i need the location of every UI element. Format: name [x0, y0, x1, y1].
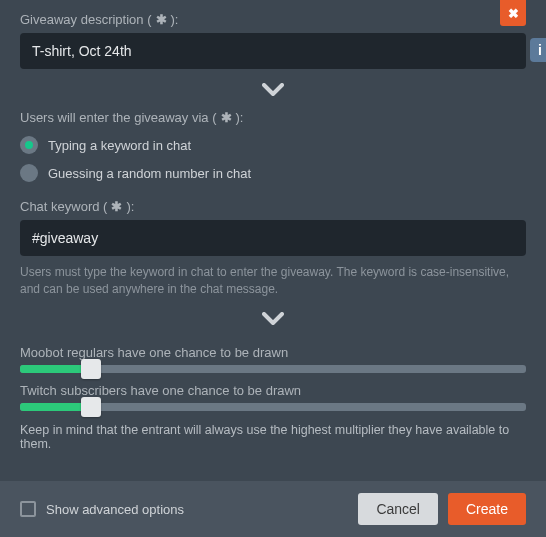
close-icon: ✖ — [508, 6, 519, 21]
entry-label: Users will enter the giveaway via ( ✱ ): — [20, 110, 526, 125]
info-icon: i — [538, 42, 542, 58]
slider-thumb[interactable] — [81, 397, 101, 417]
description-input[interactable] — [20, 33, 526, 69]
slider-track[interactable] — [20, 365, 526, 373]
cancel-button[interactable]: Cancel — [358, 493, 438, 525]
label-text: Chat keyword ( — [20, 199, 107, 214]
keyword-help: Users must type the keyword in chat to e… — [20, 264, 526, 298]
chevron-down-icon[interactable] — [262, 83, 284, 100]
slider-label: Moobot regulars have one chance to be dr… — [20, 345, 526, 360]
required-icon: ✱ — [111, 199, 122, 214]
radio-label: Typing a keyword in chat — [48, 138, 191, 153]
required-icon: ✱ — [221, 110, 232, 125]
slider-thumb[interactable] — [81, 359, 101, 379]
entry-radio-group: Typing a keyword in chat Guessing a rand… — [20, 131, 526, 187]
advanced-label: Show advanced options — [46, 502, 184, 517]
keyword-input[interactable] — [20, 220, 526, 256]
required-icon: ✱ — [156, 12, 167, 27]
modal-footer: Show advanced options Cancel Create — [0, 481, 546, 537]
info-badge-right[interactable]: i — [530, 38, 546, 62]
entry-option-random[interactable]: Guessing a random number in chat — [20, 159, 526, 187]
label-text-end: ): — [236, 110, 244, 125]
label-text-end: ): — [126, 199, 134, 214]
radio-icon — [20, 164, 38, 182]
radio-icon — [20, 136, 38, 154]
advanced-checkbox[interactable] — [20, 501, 36, 517]
description-label: Giveaway description ( ✱ ): — [20, 12, 526, 27]
entry-option-keyword[interactable]: Typing a keyword in chat — [20, 131, 526, 159]
keyword-label: Chat keyword ( ✱ ): — [20, 199, 526, 214]
slider-track[interactable] — [20, 403, 526, 411]
radio-label: Guessing a random number in chat — [48, 166, 251, 181]
close-button[interactable]: ✖ — [500, 0, 526, 26]
slider-regulars: Moobot regulars have one chance to be dr… — [20, 345, 526, 373]
multiplier-note: Keep in mind that the entrant will alway… — [20, 423, 526, 451]
slider-subscribers: Twitch subscribers have one chance to be… — [20, 383, 526, 411]
label-text: Giveaway description ( — [20, 12, 152, 27]
chevron-down-icon[interactable] — [262, 312, 284, 329]
slider-label: Twitch subscribers have one chance to be… — [20, 383, 526, 398]
label-text-end: ): — [171, 12, 179, 27]
create-button[interactable]: Create — [448, 493, 526, 525]
label-text: Users will enter the giveaway via ( — [20, 110, 217, 125]
